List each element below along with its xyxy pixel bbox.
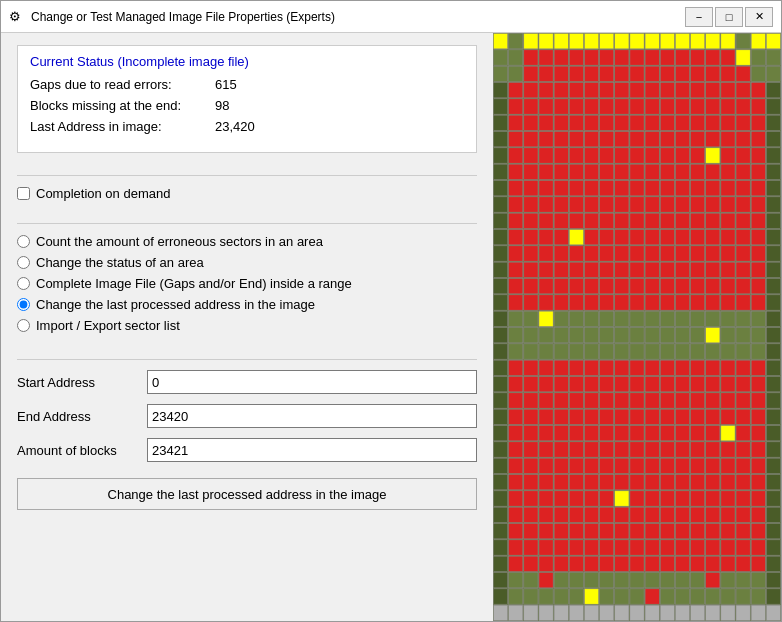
completion-on-demand-label[interactable]: Completion on demand [36,186,170,201]
start-address-label: Start Address [17,375,147,390]
radio-row-3: Change the last processed address in the… [17,297,477,312]
title-bar: ⚙ Change or Test Managed Image File Prop… [1,1,781,33]
radio-opt5[interactable] [17,319,30,332]
radio-opt3[interactable] [17,277,30,290]
completion-on-demand-checkbox[interactable] [17,187,30,200]
fields-section: Start Address End Address Amount of bloc… [17,370,477,462]
radio-row-4: Import / Export sector list [17,318,477,333]
end-address-row: End Address [17,404,477,428]
window-icon: ⚙ [9,9,25,25]
radio-opt1[interactable] [17,235,30,248]
end-address-input[interactable] [147,404,477,428]
action-button[interactable]: Change the last processed address in the… [17,478,477,510]
status-value-1: 98 [215,98,229,113]
status-row-0: Gaps due to read errors: 615 [30,77,464,92]
window-controls: − □ ✕ [685,7,773,27]
status-label-0: Gaps due to read errors: [30,77,215,92]
radio-label-2[interactable]: Complete Image File (Gaps and/or End) in… [36,276,352,291]
status-value-2: 23,420 [215,119,255,134]
start-address-input[interactable] [147,370,477,394]
radio-label-0[interactable]: Count the amount of erroneous sectors in… [36,234,323,249]
radio-label-3[interactable]: Change the last processed address in the… [36,297,315,312]
main-window: ⚙ Change or Test Managed Image File Prop… [0,0,782,622]
radio-label-1[interactable]: Change the status of an area [36,255,204,270]
amount-blocks-label: Amount of blocks [17,443,147,458]
completion-on-demand-row: Completion on demand [17,186,477,201]
grid-canvas [493,33,781,621]
content-area: Current Status (Incomplete image file) G… [1,33,781,621]
status-row-1: Blocks missing at the end: 98 [30,98,464,113]
divider-3 [17,359,477,360]
status-title: Current Status (Incomplete image file) [30,54,464,69]
radio-label-4[interactable]: Import / Export sector list [36,318,180,333]
maximize-button[interactable]: □ [715,7,743,27]
start-address-row: Start Address [17,370,477,394]
minimize-button[interactable]: − [685,7,713,27]
status-label-2: Last Address in image: [30,119,215,134]
status-label-1: Blocks missing at the end: [30,98,215,113]
status-section: Current Status (Incomplete image file) G… [17,45,477,153]
status-value-0: 615 [215,77,237,92]
radio-opt4[interactable] [17,298,30,311]
radio-row-1: Change the status of an area [17,255,477,270]
amount-blocks-row: Amount of blocks [17,438,477,462]
amount-blocks-input[interactable] [147,438,477,462]
radio-opt2[interactable] [17,256,30,269]
right-panel [493,33,781,621]
radio-row-0: Count the amount of erroneous sectors in… [17,234,477,249]
status-row-2: Last Address in image: 23,420 [30,119,464,134]
end-address-label: End Address [17,409,147,424]
divider-1 [17,175,477,176]
close-button[interactable]: ✕ [745,7,773,27]
radio-row-2: Complete Image File (Gaps and/or End) in… [17,276,477,291]
window-title: Change or Test Managed Image File Proper… [31,10,685,24]
radio-group: Count the amount of erroneous sectors in… [17,234,477,333]
divider-2 [17,223,477,224]
left-panel: Current Status (Incomplete image file) G… [1,33,493,621]
